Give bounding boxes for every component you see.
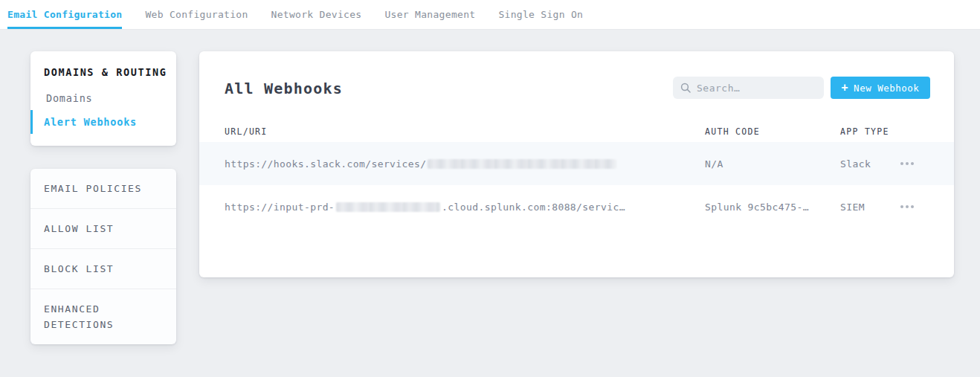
webhook-url-text: https://input-prd- — [225, 202, 335, 213]
domains-routing-card: DOMAINS & ROUTING Domains Alert Webhooks — [30, 51, 176, 146]
search-input[interactable] — [697, 83, 816, 94]
webhook-url-text: https://hooks.slack.com/services/ — [225, 158, 426, 170]
table-header-row: URL/URI AUTH CODE APP TYPE — [199, 121, 954, 142]
webhook-url-text-after: .cloud.splunk.com:8088/servic… — [442, 202, 625, 213]
webhooks-panel: All Webhooks + New Webhook URL/URI AUTH … — [199, 51, 954, 277]
ellipsis-icon — [900, 162, 914, 165]
new-webhook-button-label: New Webhook — [854, 83, 919, 94]
webhook-url-cell: https://hooks.slack.com/services/ — [225, 158, 705, 170]
column-header-url: URL/URI — [225, 126, 705, 137]
new-webhook-button[interactable]: + New Webhook — [831, 77, 930, 99]
sidebar-item-block-list[interactable]: BLOCK LIST — [30, 249, 176, 289]
sidebar-item-email-policies[interactable]: EMAIL POLICIES — [30, 169, 176, 209]
domains-routing-title: DOMAINS & ROUTING — [44, 66, 163, 79]
search-box — [673, 77, 824, 99]
webhook-url-cell: https://input-prd- .cloud.splunk.com:808… — [225, 202, 705, 213]
sidebar-sections-card: EMAIL POLICIES ALLOW LIST BLOCK LIST ENH… — [30, 169, 176, 344]
redacted-url-segment — [428, 159, 616, 169]
column-header-app-type: APP TYPE — [840, 126, 897, 137]
sidebar-item-enhanced-detections[interactable]: ENHANCED DETECTIONS — [30, 289, 176, 344]
column-header-auth-code: AUTH CODE — [705, 126, 840, 137]
ellipsis-icon — [900, 205, 914, 208]
auth-code-cell: N/A — [705, 158, 840, 170]
webhooks-table: URL/URI AUTH CODE APP TYPE https://hooks… — [199, 121, 954, 228]
row-actions-button[interactable] — [897, 204, 917, 210]
magnifier-icon — [680, 83, 691, 93]
top-nav: Email Configuration Web Configuration Ne… — [0, 0, 980, 30]
app-type-cell: Slack — [840, 158, 897, 170]
plus-icon: + — [842, 83, 849, 94]
tab-user-management[interactable]: User Management — [384, 0, 475, 29]
tab-email-configuration[interactable]: Email Configuration — [7, 0, 122, 29]
tab-web-configuration[interactable]: Web Configuration — [145, 0, 248, 29]
auth-code-cell: Splunk 9c5bc475-… — [705, 202, 840, 213]
sidebar-item-domains[interactable]: Domains — [30, 86, 176, 110]
tab-single-sign-on[interactable]: Single Sign On — [498, 0, 583, 29]
sidebar-item-alert-webhooks[interactable]: Alert Webhooks — [30, 110, 176, 134]
tab-network-devices[interactable]: Network Devices — [271, 0, 362, 29]
table-row: https://hooks.slack.com/services/ N/A Sl… — [199, 142, 954, 185]
page-title: All Webhooks — [225, 80, 343, 97]
row-actions-button[interactable] — [897, 161, 917, 167]
table-row: https://input-prd- .cloud.splunk.com:808… — [199, 185, 954, 228]
redacted-url-segment — [336, 202, 440, 212]
app-type-cell: SIEM — [840, 202, 897, 213]
sidebar-item-allow-list[interactable]: ALLOW LIST — [30, 209, 176, 249]
